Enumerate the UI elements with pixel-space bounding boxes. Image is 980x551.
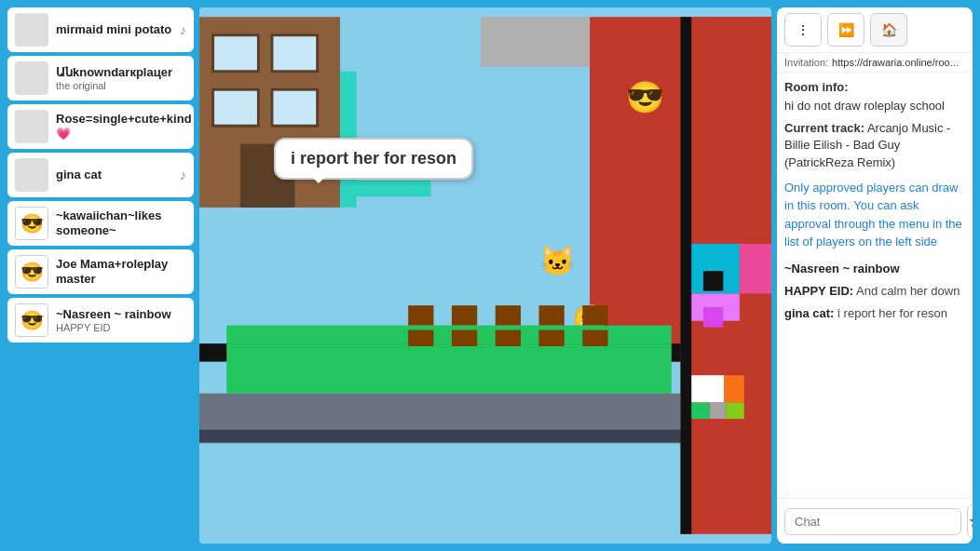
svg-rect-27 (408, 329, 433, 346)
list-item[interactable]: Անknowndarкplaцer the original (7, 56, 194, 101)
player-sub: the original (56, 80, 186, 91)
chat-message: HAPPY EID: And calm her down (784, 283, 965, 300)
svg-rect-40 (689, 375, 724, 402)
room-info: Room info: hi do not draw roleplay schoo… (777, 73, 973, 498)
svg-text:😎: 😎 (626, 79, 665, 116)
svg-rect-37 (740, 244, 771, 294)
list-item[interactable]: 😎 ~Nasreen ~ rainbow HAPPY EID (7, 298, 194, 343)
svg-rect-4 (213, 89, 259, 126)
svg-rect-43 (710, 402, 727, 419)
invitation-bar: Invitation: https://drawaria.online/roo.… (777, 53, 973, 73)
chat-message: ~Nasreen ~ rainbow (784, 261, 965, 277)
avatar (15, 61, 48, 95)
chat-input[interactable] (784, 508, 961, 535)
invitation-url: https://drawaria.online/roo... (832, 57, 959, 68)
avatar (15, 110, 48, 143)
game-canvas: 😎 🐱 😁 😎 (199, 7, 771, 544)
svg-rect-8 (340, 181, 430, 197)
chat-message: gina cat: i report her for reson (784, 305, 965, 322)
invitation-label: Invitation: (784, 57, 828, 68)
chat-username: ~Nasreen ~ rainbow (784, 262, 900, 276)
game-scene: 😎 🐱 😁 😎 (199, 7, 771, 544)
right-toolbar: ⋮ ⏩ 🏠 (777, 7, 973, 53)
home-button[interactable]: 🏠 (870, 13, 907, 47)
svg-rect-38 (703, 271, 723, 290)
chat-username: gina cat: (784, 306, 834, 320)
list-item[interactable]: gina cat ♪ (7, 153, 194, 197)
room-info-title: Room info: (784, 80, 965, 94)
player-name: Անknowndarкplaцer (56, 65, 186, 80)
avatar (15, 158, 48, 192)
fast-forward-icon: ⏩ (838, 22, 854, 37)
svg-rect-26 (582, 305, 607, 325)
svg-text:🐱: 🐱 (539, 244, 576, 278)
svg-rect-14 (481, 17, 590, 67)
approved-notice: Only approved players can draw in this r… (784, 179, 965, 251)
svg-rect-23 (452, 305, 477, 325)
music-icon: ♪ (180, 168, 186, 182)
svg-rect-30 (539, 329, 565, 346)
list-item[interactable]: 😎 Joe Mama+roleplay master (7, 249, 194, 294)
svg-rect-22 (408, 305, 433, 325)
svg-rect-44 (726, 402, 743, 419)
room-description: hi do not draw roleplay school (784, 98, 965, 114)
player-name: Joe Mama+roleplay master (56, 257, 186, 286)
more-options-button[interactable]: ⋮ (784, 13, 822, 47)
svg-rect-2 (213, 35, 259, 72)
chat-text: And calm her down (856, 284, 960, 298)
current-track-label: Current track: (784, 121, 864, 135)
home-icon: 🏠 (881, 22, 897, 37)
svg-rect-31 (582, 329, 607, 346)
chat-input-area: ★ (777, 498, 973, 544)
chat-username: HAPPY EID: (784, 284, 853, 298)
star-icon: ★ (968, 511, 973, 531)
list-item[interactable]: mirmaid mini potato ♪ (7, 7, 194, 52)
avatar (15, 13, 48, 47)
current-track: Current track: Arcanjo Music - Billie Ei… (784, 120, 965, 171)
player-name: ~Nasreen ~ rainbow (56, 307, 186, 322)
svg-rect-45 (681, 17, 692, 534)
chat-text: i report her for reson (837, 306, 947, 320)
svg-rect-24 (496, 305, 521, 325)
player-sub: HAPPY EID (56, 322, 186, 333)
avatar: 😎 (15, 207, 48, 240)
svg-rect-3 (272, 35, 318, 72)
svg-rect-42 (689, 402, 709, 419)
right-panel: ⋮ ⏩ 🏠 Invitation: https://drawaria.onlin… (777, 7, 973, 544)
avatar: 😎 (15, 255, 48, 289)
music-icon: ♪ (180, 22, 186, 37)
list-item[interactable]: Rose=single+cute+kind💗 (7, 104, 194, 149)
svg-rect-21 (226, 343, 672, 394)
svg-rect-28 (452, 329, 477, 346)
player-sidebar: mirmaid mini potato ♪ Անknowndarкplaцer … (7, 7, 194, 544)
svg-rect-25 (539, 305, 565, 325)
star-button[interactable]: ★ (967, 504, 973, 538)
fast-forward-button[interactable]: ⏩ (827, 13, 864, 47)
player-name: ~kawaiichan~likes someone~ (56, 208, 186, 237)
list-item[interactable]: 😎 ~kawaiichan~likes someone~ (7, 201, 194, 246)
svg-rect-5 (272, 89, 318, 126)
player-name: mirmaid mini potato (56, 22, 172, 37)
speech-bubble: i report her for reson (274, 138, 473, 180)
avatar: 😎 (15, 303, 48, 337)
svg-rect-41 (724, 375, 743, 402)
svg-rect-29 (496, 329, 521, 346)
player-name: Rose=single+cute+kind💗 (56, 112, 192, 141)
player-name: gina cat (56, 168, 172, 182)
svg-rect-39 (703, 307, 723, 327)
more-icon: ⋮ (796, 22, 810, 37)
